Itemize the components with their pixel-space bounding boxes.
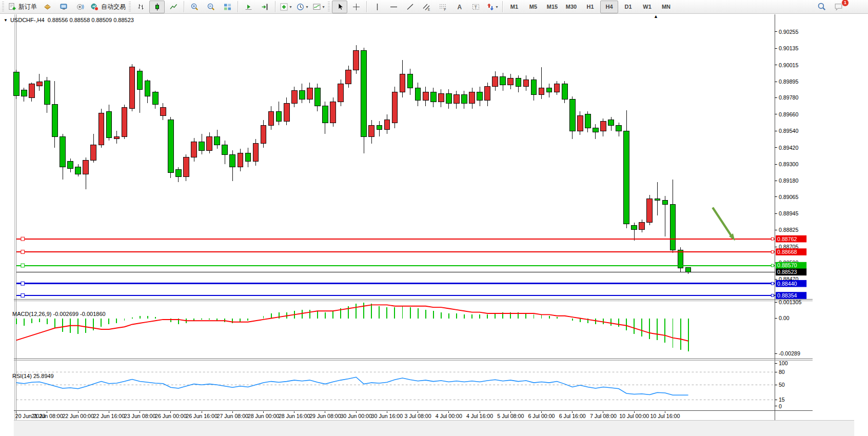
equidistant-channel-icon: E xyxy=(422,3,431,11)
arrow-objects-icon xyxy=(486,3,495,11)
templates-button[interactable]: ▾ xyxy=(311,1,326,13)
vertical-line-button[interactable] xyxy=(369,1,385,13)
timeframe-d1-button[interactable]: D1 xyxy=(619,1,637,13)
chart-canvas[interactable]: 0.902550.901350.900150.898950.897800.896… xyxy=(0,14,868,436)
chevron-down-icon: ▾ xyxy=(496,5,498,9)
alerts-button[interactable] xyxy=(72,1,88,13)
zoom-in-icon xyxy=(190,3,199,11)
chart-ohlc-values: 0.88556 0.88558 0.88509 0.88523 xyxy=(48,17,134,23)
tile-windows-button[interactable] xyxy=(220,1,235,13)
trendline-button[interactable] xyxy=(402,1,418,13)
chart-shift-button[interactable] xyxy=(257,1,272,13)
text-label-button[interactable]: T xyxy=(468,1,483,13)
svg-text:28 Jun 16:00: 28 Jun 16:00 xyxy=(279,413,310,419)
timeframe-m15-button[interactable]: M15 xyxy=(543,1,561,13)
timeframe-m5-button[interactable]: M5 xyxy=(524,1,542,13)
candlestick-chart-button[interactable] xyxy=(149,1,165,13)
text-button[interactable]: A xyxy=(451,1,467,13)
svg-text:23 Jun 08:00: 23 Jun 08:00 xyxy=(124,413,156,419)
svg-text:26 Jun 00:00: 26 Jun 00:00 xyxy=(155,413,187,419)
main-toolbar: 新订单 自动交易 xyxy=(0,0,868,14)
horizontal-line-icon xyxy=(389,3,398,11)
fibonacci-icon: F xyxy=(439,3,447,11)
timeframe-h4-button[interactable]: H4 xyxy=(600,1,618,13)
zoom-out-icon xyxy=(207,3,215,11)
time-axis: 20 Jun 202321 Jun 08:0022 Jun 00:0022 Ju… xyxy=(15,411,680,420)
timeframe-m30-button[interactable]: M30 xyxy=(562,1,580,13)
clock-icon xyxy=(296,3,305,11)
auto-scroll-button[interactable] xyxy=(241,1,256,13)
svg-text:0.90015: 0.90015 xyxy=(779,62,799,68)
metaeditor-button[interactable] xyxy=(40,1,55,13)
cursor-icon xyxy=(336,3,344,11)
crosshair-button[interactable] xyxy=(348,1,364,13)
text-icon: A xyxy=(455,3,464,11)
notifications-button[interactable]: 1 xyxy=(831,1,846,13)
add-indicator-icon xyxy=(280,3,288,11)
zoom-in-button[interactable] xyxy=(187,1,202,13)
toolbar-grip xyxy=(2,2,4,12)
toolbar-separator xyxy=(502,1,503,12)
text-label-icon: T xyxy=(471,3,480,11)
zoom-out-button[interactable] xyxy=(203,1,219,13)
svg-text:0.89180: 0.89180 xyxy=(779,177,799,184)
toolbar-grip xyxy=(129,2,131,12)
annotation-arrow[interactable] xyxy=(713,208,735,241)
svg-text:0.90255: 0.90255 xyxy=(779,29,799,35)
svg-text:4 Jul 16:00: 4 Jul 16:00 xyxy=(466,413,493,419)
svg-text:A: A xyxy=(457,3,462,10)
timeframe-m1-button[interactable]: M1 xyxy=(505,1,523,13)
svg-text:E: E xyxy=(428,7,430,11)
indicators-button[interactable]: ▾ xyxy=(278,1,293,13)
svg-text:0.88945: 0.88945 xyxy=(779,210,799,216)
svg-text:27 Jun 08:00: 27 Jun 08:00 xyxy=(217,413,249,419)
timeframe-mn-button[interactable]: MN xyxy=(657,1,675,13)
arrows-button[interactable]: ▾ xyxy=(484,1,500,13)
auto-trading-icon xyxy=(90,3,99,11)
svg-text:22 Jun 00:00: 22 Jun 00:00 xyxy=(62,413,94,419)
svg-text:0.88825: 0.88825 xyxy=(779,227,799,233)
new-order-icon xyxy=(8,3,16,11)
toolbar-separator xyxy=(366,1,367,12)
trendline-icon xyxy=(406,3,415,11)
svg-text:10 Jul 00:00: 10 Jul 00:00 xyxy=(619,413,649,419)
terminal-button[interactable] xyxy=(56,1,71,13)
candlestick-chart-icon xyxy=(153,3,162,11)
rsi-indicator-label: RSI(14) 25.8949 xyxy=(12,373,54,379)
new-order-button[interactable]: 新订单 xyxy=(6,1,38,13)
macd-values: -0.002699 -0.001860 xyxy=(53,311,105,317)
equidistant-channel-button[interactable]: E xyxy=(419,1,434,13)
auto-trading-button[interactable]: 自动交易 xyxy=(89,1,127,13)
svg-text:T: T xyxy=(474,4,477,9)
metaeditor-icon xyxy=(43,3,52,11)
svg-text:0.89540: 0.89540 xyxy=(779,128,799,134)
svg-text:21 Jun 08:00: 21 Jun 08:00 xyxy=(31,413,63,419)
toolbar-separator xyxy=(275,1,275,12)
svg-text:15: 15 xyxy=(779,397,785,403)
chart-window[interactable]: 0.902550.901350.900150.898950.897800.896… xyxy=(0,14,868,436)
toolbar-grip xyxy=(328,2,330,12)
rsi-panel: 1008050150 xyxy=(16,361,788,409)
template-icon xyxy=(312,3,321,11)
cursor-button[interactable] xyxy=(332,1,347,13)
timeframe-h1-button[interactable]: H1 xyxy=(581,1,599,13)
svg-text:0.001305: 0.001305 xyxy=(779,299,801,305)
horizontal-line-button[interactable] xyxy=(386,1,401,13)
collapse-icon[interactable]: ▼ xyxy=(4,18,8,23)
line-chart-button[interactable] xyxy=(166,1,181,13)
search-button[interactable] xyxy=(814,1,830,13)
bar-chart-button[interactable] xyxy=(133,1,148,13)
svg-text:6 Jul 00:00: 6 Jul 00:00 xyxy=(528,413,555,419)
scroll-marker-icon: ▲ xyxy=(654,14,658,19)
timeframe-w1-button[interactable]: W1 xyxy=(638,1,656,13)
periods-button[interactable]: ▾ xyxy=(294,1,310,13)
rsi-value: 25.8949 xyxy=(33,373,54,379)
svg-text:30 Jun 00:00: 30 Jun 00:00 xyxy=(340,413,372,419)
svg-text:0.89895: 0.89895 xyxy=(779,78,799,85)
toolbar-right-tools: 1 xyxy=(814,1,846,13)
svg-text:26 Jun 16:00: 26 Jun 16:00 xyxy=(186,413,218,419)
macd-indicator-label: MACD(12,26,9) -0.002699 -0.001860 xyxy=(12,311,106,317)
svg-text:0.89300: 0.89300 xyxy=(779,161,799,167)
macd-panel: 0.0013050.00-0.00289 xyxy=(16,299,802,356)
fibonacci-button[interactable]: F xyxy=(435,1,450,13)
